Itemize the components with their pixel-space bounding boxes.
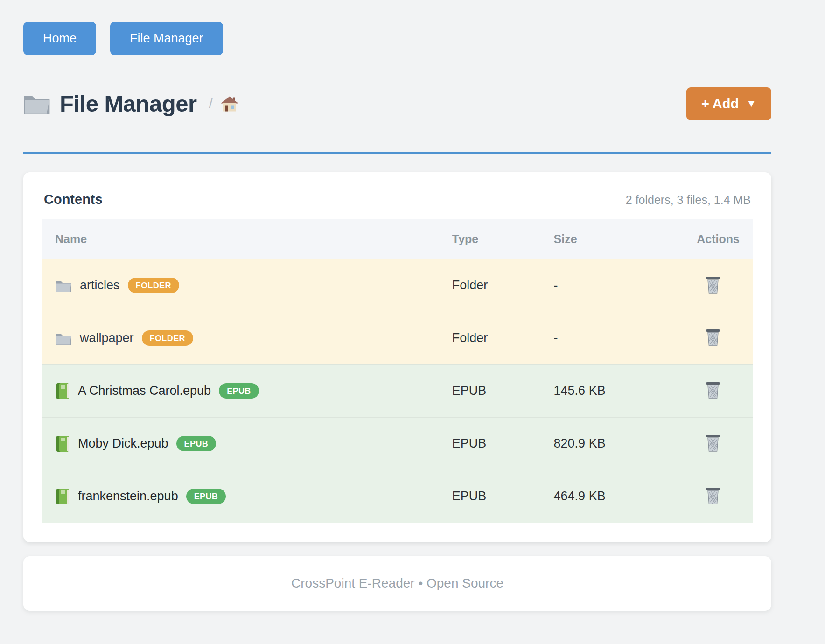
column-header-name: Name <box>42 219 452 259</box>
type-cell: EPUB <box>452 470 554 523</box>
type-cell: Folder <box>452 259 554 312</box>
delete-button[interactable] <box>703 379 723 401</box>
type-cell: EPUB <box>452 417 554 470</box>
file-manager-button[interactable]: File Manager <box>110 22 223 55</box>
size-cell: 145.6 KB <box>554 364 673 417</box>
delete-button[interactable] <box>703 326 723 349</box>
footer-card: CrossPoint E-Reader • Open Source <box>23 556 771 611</box>
table-row: Moby Dick.epub EPUB EPUB 820.9 KB <box>42 417 753 470</box>
item-name[interactable]: wallpaper <box>80 331 134 345</box>
add-button[interactable]: + Add ▼ <box>686 87 771 120</box>
delete-button[interactable] <box>703 273 723 296</box>
house-icon[interactable] <box>220 95 239 112</box>
table-row: frankenstein.epub EPUB EPUB 464.9 KB <box>42 470 753 523</box>
footer-text: CrossPoint E-Reader • Open Source <box>291 576 503 591</box>
table-row: articles FOLDER Folder - <box>42 259 753 312</box>
table-row: A Christmas Carol.epub EPUB EPUB 145.6 K… <box>42 364 753 417</box>
folder-icon <box>55 278 72 293</box>
type-badge: FOLDER <box>128 278 179 293</box>
table-row: wallpaper FOLDER Folder - <box>42 312 753 364</box>
table-body: articles FOLDER Folder - <box>42 259 753 523</box>
breadcrumb-separator: / <box>209 95 213 112</box>
file-table: Name Type Size Actions <box>42 219 753 523</box>
book-icon <box>55 435 70 453</box>
page-title: File Manager <box>60 91 197 117</box>
book-icon <box>55 488 70 505</box>
page-header: File Manager / + Add ▼ <box>23 84 771 123</box>
type-cell: EPUB <box>452 364 554 417</box>
add-button-label: + Add <box>701 96 739 112</box>
page-container: Home File Manager File Manager / + Add ▼ <box>23 0 771 611</box>
column-header-size: Size <box>554 219 673 259</box>
contents-title: Contents <box>44 192 103 207</box>
column-header-type: Type <box>452 219 554 259</box>
size-cell: 820.9 KB <box>554 417 673 470</box>
item-name[interactable]: A Christmas Carol.epub <box>78 384 211 398</box>
type-cell: Folder <box>452 312 554 364</box>
trash-icon <box>705 394 721 401</box>
size-cell: - <box>554 259 673 312</box>
table-header-row: Name Type Size Actions <box>42 219 753 259</box>
header-divider <box>23 152 771 154</box>
type-badge: EPUB <box>219 383 259 399</box>
caret-down-icon: ▼ <box>746 98 756 110</box>
trash-icon <box>705 447 721 454</box>
delete-button[interactable] <box>703 432 723 454</box>
trash-icon <box>705 499 721 506</box>
delete-button[interactable] <box>703 484 723 507</box>
folder-icon <box>55 331 72 346</box>
size-cell: 464.9 KB <box>554 470 673 523</box>
type-badge: EPUB <box>176 436 217 451</box>
contents-summary: 2 folders, 3 files, 1.4 MB <box>626 193 751 207</box>
top-nav: Home File Manager <box>23 0 771 55</box>
type-badge: EPUB <box>186 489 226 504</box>
item-name[interactable]: Moby Dick.epub <box>78 436 168 451</box>
trash-icon <box>705 288 721 295</box>
column-header-actions: Actions <box>673 219 753 259</box>
item-name[interactable]: articles <box>80 278 120 293</box>
size-cell: - <box>554 312 673 364</box>
folder-icon <box>23 92 50 115</box>
type-badge: FOLDER <box>142 330 193 346</box>
item-name[interactable]: frankenstein.epub <box>78 489 178 504</box>
contents-card: Contents 2 folders, 3 files, 1.4 MB Name… <box>23 172 771 542</box>
home-button[interactable]: Home <box>23 22 96 55</box>
trash-icon <box>705 341 721 348</box>
book-icon <box>55 382 70 400</box>
